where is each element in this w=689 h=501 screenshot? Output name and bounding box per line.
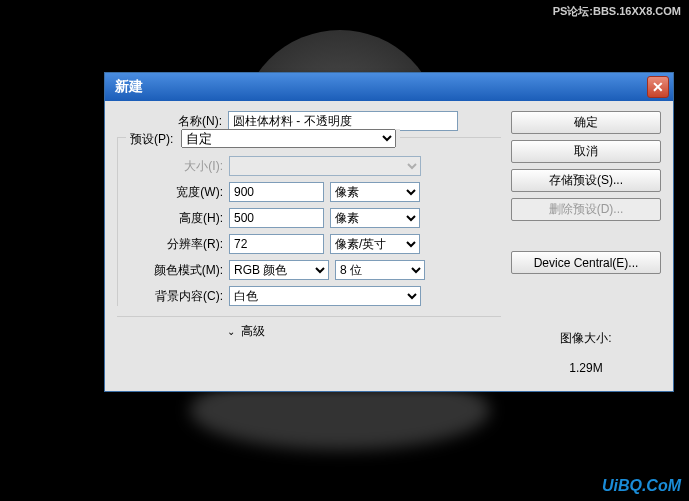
- width-label: 宽度(W):: [118, 184, 223, 201]
- bgcontent-select[interactable]: 白色: [229, 286, 421, 306]
- height-label: 高度(H):: [118, 210, 223, 227]
- name-label: 名称(N):: [117, 113, 222, 130]
- image-size-label: 图像大小:: [511, 330, 661, 347]
- preset-fieldset-label[interactable]: 预设(P): 自定: [126, 129, 400, 148]
- height-input[interactable]: [229, 208, 324, 228]
- dialog-title: 新建: [115, 78, 143, 96]
- width-input[interactable]: [229, 182, 324, 202]
- chevron-down-icon: ⌄: [227, 326, 235, 337]
- cancel-button[interactable]: 取消: [511, 140, 661, 163]
- size-label: 大小(I):: [118, 158, 223, 175]
- width-unit-select[interactable]: 像素: [330, 182, 420, 202]
- watermark-bottom: UiBQ.CoM: [602, 477, 681, 495]
- close-icon: ✕: [652, 79, 664, 95]
- colormode-select[interactable]: RGB 颜色: [229, 260, 329, 280]
- titlebar[interactable]: 新建 ✕: [105, 73, 673, 101]
- height-unit-select[interactable]: 像素: [330, 208, 420, 228]
- image-size-value: 1.29M: [511, 361, 661, 375]
- device-central-button[interactable]: Device Central(E)...: [511, 251, 661, 274]
- watermark-top: PS论坛:BBS.16XX8.COM: [553, 4, 681, 19]
- delete-preset-button: 删除预设(D)...: [511, 198, 661, 221]
- ok-button[interactable]: 确定: [511, 111, 661, 134]
- name-input[interactable]: [228, 111, 458, 131]
- size-select: [229, 156, 421, 176]
- close-button[interactable]: ✕: [647, 76, 669, 98]
- resolution-label: 分辨率(R):: [118, 236, 223, 253]
- advanced-label: 高级: [241, 323, 265, 340]
- new-document-dialog: 新建 ✕ 名称(N): 预设(P): 自定 大小(I):: [104, 72, 674, 392]
- resolution-input[interactable]: [229, 234, 324, 254]
- advanced-toggle[interactable]: ⌄ 高级: [117, 319, 501, 344]
- save-preset-button[interactable]: 存储预设(S)...: [511, 169, 661, 192]
- bitdepth-select[interactable]: 8 位: [335, 260, 425, 280]
- preset-select[interactable]: 自定: [181, 129, 396, 148]
- bgcontent-label: 背景内容(C):: [118, 288, 223, 305]
- resolution-unit-select[interactable]: 像素/英寸: [330, 234, 420, 254]
- colormode-label: 颜色模式(M):: [118, 262, 223, 279]
